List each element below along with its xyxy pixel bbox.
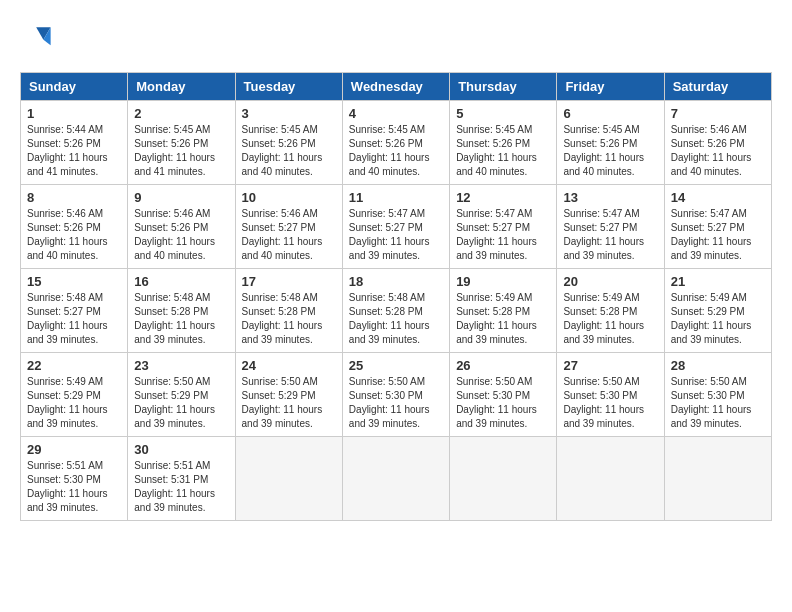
logo-icon	[20, 20, 56, 56]
day-number: 9	[134, 190, 228, 205]
calendar-cell-17: 17 Sunrise: 5:48 AM Sunset: 5:28 PM Dayl…	[235, 269, 342, 353]
col-thursday: Thursday	[450, 73, 557, 101]
col-saturday: Saturday	[664, 73, 771, 101]
calendar-cell-7: 7 Sunrise: 5:46 AM Sunset: 5:26 PM Dayli…	[664, 101, 771, 185]
day-info: Sunrise: 5:48 AM Sunset: 5:28 PM Dayligh…	[349, 291, 443, 347]
page-header	[20, 20, 772, 56]
calendar-cell-8: 8 Sunrise: 5:46 AM Sunset: 5:26 PM Dayli…	[21, 185, 128, 269]
day-info: Sunrise: 5:50 AM Sunset: 5:30 PM Dayligh…	[563, 375, 657, 431]
calendar-cell-11: 11 Sunrise: 5:47 AM Sunset: 5:27 PM Dayl…	[342, 185, 449, 269]
col-sunday: Sunday	[21, 73, 128, 101]
calendar-cell-2: 2 Sunrise: 5:45 AM Sunset: 5:26 PM Dayli…	[128, 101, 235, 185]
logo	[20, 20, 62, 56]
calendar-cell-19: 19 Sunrise: 5:49 AM Sunset: 5:28 PM Dayl…	[450, 269, 557, 353]
calendar-cell-22: 22 Sunrise: 5:49 AM Sunset: 5:29 PM Dayl…	[21, 353, 128, 437]
day-number: 30	[134, 442, 228, 457]
day-number: 15	[27, 274, 121, 289]
day-info: Sunrise: 5:46 AM Sunset: 5:26 PM Dayligh…	[134, 207, 228, 263]
day-number: 19	[456, 274, 550, 289]
day-info: Sunrise: 5:47 AM Sunset: 5:27 PM Dayligh…	[671, 207, 765, 263]
day-number: 26	[456, 358, 550, 373]
calendar-cell-empty	[450, 437, 557, 521]
day-number: 18	[349, 274, 443, 289]
day-number: 24	[242, 358, 336, 373]
day-number: 25	[349, 358, 443, 373]
day-info: Sunrise: 5:49 AM Sunset: 5:29 PM Dayligh…	[27, 375, 121, 431]
calendar-cell-3: 3 Sunrise: 5:45 AM Sunset: 5:26 PM Dayli…	[235, 101, 342, 185]
calendar-week-row: 1 Sunrise: 5:44 AM Sunset: 5:26 PM Dayli…	[21, 101, 772, 185]
calendar-cell-24: 24 Sunrise: 5:50 AM Sunset: 5:29 PM Dayl…	[235, 353, 342, 437]
calendar-cell-23: 23 Sunrise: 5:50 AM Sunset: 5:29 PM Dayl…	[128, 353, 235, 437]
col-tuesday: Tuesday	[235, 73, 342, 101]
calendar-cell-26: 26 Sunrise: 5:50 AM Sunset: 5:30 PM Dayl…	[450, 353, 557, 437]
calendar-week-row: 15 Sunrise: 5:48 AM Sunset: 5:27 PM Dayl…	[21, 269, 772, 353]
calendar-cell-14: 14 Sunrise: 5:47 AM Sunset: 5:27 PM Dayl…	[664, 185, 771, 269]
calendar-cell-18: 18 Sunrise: 5:48 AM Sunset: 5:28 PM Dayl…	[342, 269, 449, 353]
calendar-cell-30: 30 Sunrise: 5:51 AM Sunset: 5:31 PM Dayl…	[128, 437, 235, 521]
calendar-cell-12: 12 Sunrise: 5:47 AM Sunset: 5:27 PM Dayl…	[450, 185, 557, 269]
day-number: 4	[349, 106, 443, 121]
calendar-cell-5: 5 Sunrise: 5:45 AM Sunset: 5:26 PM Dayli…	[450, 101, 557, 185]
day-info: Sunrise: 5:45 AM Sunset: 5:26 PM Dayligh…	[563, 123, 657, 179]
day-number: 3	[242, 106, 336, 121]
calendar-cell-20: 20 Sunrise: 5:49 AM Sunset: 5:28 PM Dayl…	[557, 269, 664, 353]
col-friday: Friday	[557, 73, 664, 101]
day-number: 13	[563, 190, 657, 205]
day-info: Sunrise: 5:46 AM Sunset: 5:26 PM Dayligh…	[27, 207, 121, 263]
day-info: Sunrise: 5:49 AM Sunset: 5:28 PM Dayligh…	[563, 291, 657, 347]
day-number: 29	[27, 442, 121, 457]
day-number: 2	[134, 106, 228, 121]
calendar-cell-21: 21 Sunrise: 5:49 AM Sunset: 5:29 PM Dayl…	[664, 269, 771, 353]
day-info: Sunrise: 5:49 AM Sunset: 5:28 PM Dayligh…	[456, 291, 550, 347]
day-number: 17	[242, 274, 336, 289]
calendar-cell-13: 13 Sunrise: 5:47 AM Sunset: 5:27 PM Dayl…	[557, 185, 664, 269]
day-number: 12	[456, 190, 550, 205]
calendar-cell-16: 16 Sunrise: 5:48 AM Sunset: 5:28 PM Dayl…	[128, 269, 235, 353]
day-number: 7	[671, 106, 765, 121]
day-number: 5	[456, 106, 550, 121]
day-info: Sunrise: 5:49 AM Sunset: 5:29 PM Dayligh…	[671, 291, 765, 347]
calendar-week-row: 8 Sunrise: 5:46 AM Sunset: 5:26 PM Dayli…	[21, 185, 772, 269]
calendar-cell-1: 1 Sunrise: 5:44 AM Sunset: 5:26 PM Dayli…	[21, 101, 128, 185]
col-monday: Monday	[128, 73, 235, 101]
day-number: 6	[563, 106, 657, 121]
day-number: 20	[563, 274, 657, 289]
day-number: 28	[671, 358, 765, 373]
calendar-week-row: 22 Sunrise: 5:49 AM Sunset: 5:29 PM Dayl…	[21, 353, 772, 437]
calendar-header-row: Sunday Monday Tuesday Wednesday Thursday…	[21, 73, 772, 101]
calendar-cell-empty	[235, 437, 342, 521]
day-number: 10	[242, 190, 336, 205]
day-info: Sunrise: 5:46 AM Sunset: 5:27 PM Dayligh…	[242, 207, 336, 263]
day-info: Sunrise: 5:46 AM Sunset: 5:26 PM Dayligh…	[671, 123, 765, 179]
col-wednesday: Wednesday	[342, 73, 449, 101]
calendar-cell-empty	[664, 437, 771, 521]
day-info: Sunrise: 5:47 AM Sunset: 5:27 PM Dayligh…	[456, 207, 550, 263]
day-info: Sunrise: 5:45 AM Sunset: 5:26 PM Dayligh…	[456, 123, 550, 179]
day-info: Sunrise: 5:45 AM Sunset: 5:26 PM Dayligh…	[134, 123, 228, 179]
day-number: 16	[134, 274, 228, 289]
day-info: Sunrise: 5:44 AM Sunset: 5:26 PM Dayligh…	[27, 123, 121, 179]
day-info: Sunrise: 5:45 AM Sunset: 5:26 PM Dayligh…	[242, 123, 336, 179]
day-number: 11	[349, 190, 443, 205]
day-info: Sunrise: 5:50 AM Sunset: 5:29 PM Dayligh…	[134, 375, 228, 431]
day-info: Sunrise: 5:45 AM Sunset: 5:26 PM Dayligh…	[349, 123, 443, 179]
day-number: 21	[671, 274, 765, 289]
day-info: Sunrise: 5:50 AM Sunset: 5:30 PM Dayligh…	[671, 375, 765, 431]
day-number: 1	[27, 106, 121, 121]
calendar-cell-29: 29 Sunrise: 5:51 AM Sunset: 5:30 PM Dayl…	[21, 437, 128, 521]
calendar-week-row: 29 Sunrise: 5:51 AM Sunset: 5:30 PM Dayl…	[21, 437, 772, 521]
day-info: Sunrise: 5:48 AM Sunset: 5:28 PM Dayligh…	[134, 291, 228, 347]
calendar-cell-4: 4 Sunrise: 5:45 AM Sunset: 5:26 PM Dayli…	[342, 101, 449, 185]
day-info: Sunrise: 5:47 AM Sunset: 5:27 PM Dayligh…	[563, 207, 657, 263]
calendar-cell-6: 6 Sunrise: 5:45 AM Sunset: 5:26 PM Dayli…	[557, 101, 664, 185]
calendar-cell-empty	[342, 437, 449, 521]
day-number: 27	[563, 358, 657, 373]
day-number: 22	[27, 358, 121, 373]
calendar-cell-28: 28 Sunrise: 5:50 AM Sunset: 5:30 PM Dayl…	[664, 353, 771, 437]
day-info: Sunrise: 5:48 AM Sunset: 5:28 PM Dayligh…	[242, 291, 336, 347]
day-info: Sunrise: 5:50 AM Sunset: 5:30 PM Dayligh…	[456, 375, 550, 431]
day-info: Sunrise: 5:50 AM Sunset: 5:30 PM Dayligh…	[349, 375, 443, 431]
calendar-cell-15: 15 Sunrise: 5:48 AM Sunset: 5:27 PM Dayl…	[21, 269, 128, 353]
day-info: Sunrise: 5:51 AM Sunset: 5:30 PM Dayligh…	[27, 459, 121, 515]
calendar-cell-25: 25 Sunrise: 5:50 AM Sunset: 5:30 PM Dayl…	[342, 353, 449, 437]
